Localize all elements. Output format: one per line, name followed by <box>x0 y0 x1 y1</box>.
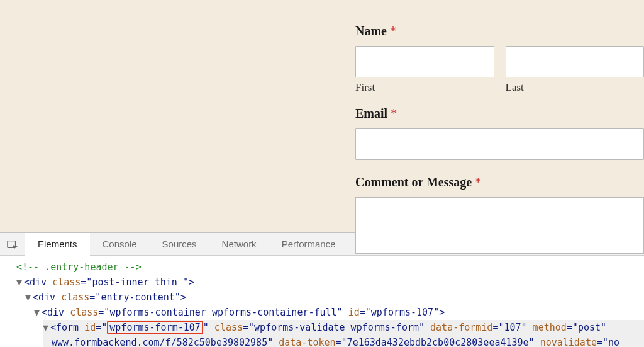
comment-label-text: Comment or Message <box>355 175 472 189</box>
page-content: Name * First Last Email * <box>0 0 644 232</box>
dom-node-entry-content[interactable]: ▼<div class="entry-content"> <box>25 290 644 305</box>
email-label-text: Email <box>355 106 387 120</box>
comment-label: Comment or Message * <box>355 175 644 190</box>
tab-console[interactable]: Console <box>90 233 150 255</box>
dom-tree[interactable]: <!-- .entry-header --> ▼<div class="post… <box>0 256 644 347</box>
comment-field-group: Comment or Message * <box>355 175 644 254</box>
dom-node-post-inner[interactable]: ▼<div class="post-inner thin "> <box>16 275 644 290</box>
last-name-input[interactable] <box>506 46 645 77</box>
name-required-mark: * <box>390 24 396 38</box>
dom-comment: <!-- .entry-header --> <box>16 259 644 275</box>
tab-network[interactable]: Network <box>209 233 269 255</box>
element-picker-icon[interactable] <box>0 233 25 255</box>
dom-node-form-line2[interactable]: www.formbackend.com/f/582c50be39802985" … <box>43 335 644 347</box>
name-row: First Last <box>355 46 644 94</box>
comment-required-mark: * <box>475 175 481 189</box>
dom-node-wpforms-container[interactable]: ▼<div class="wpforms-container wpforms-c… <box>34 305 644 320</box>
name-label: Name * <box>355 24 644 38</box>
first-name-sublabel: First <box>355 81 494 94</box>
comment-textarea[interactable] <box>355 197 644 254</box>
first-name-col: First <box>355 46 494 94</box>
last-name-col: Last <box>506 46 645 94</box>
tab-performance[interactable]: Performance <box>269 233 348 255</box>
name-field-group: Name * First Last <box>355 24 644 94</box>
dom-node-form[interactable]: ▼<form id="wpforms-form-107" class="wpfo… <box>43 320 644 335</box>
email-required-mark: * <box>391 106 397 120</box>
name-label-text: Name <box>355 24 387 38</box>
form-id-highlight: wpforms-form-107 <box>107 321 203 334</box>
first-name-input[interactable] <box>355 46 494 77</box>
email-field-group: Email * <box>355 106 644 160</box>
email-input[interactable] <box>355 128 644 160</box>
tab-elements[interactable]: Elements <box>25 233 90 256</box>
contact-form: Name * First Last Email * <box>355 24 644 258</box>
tab-sources[interactable]: Sources <box>150 233 209 255</box>
last-name-sublabel: Last <box>506 81 645 94</box>
email-label: Email * <box>355 106 644 121</box>
